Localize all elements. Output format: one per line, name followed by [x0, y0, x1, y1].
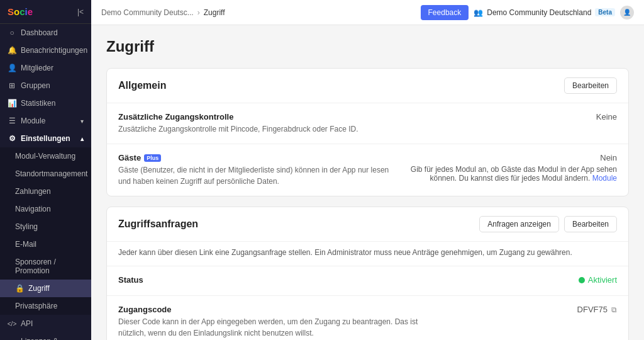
zugriffsanfragen-header: Zugriffsanfragen Anfragen anzeigen Bearb…	[107, 207, 628, 242]
sidebar-item-label: Gruppen	[21, 81, 50, 90]
sidebar-item-label: Mitglieder	[21, 64, 53, 72]
allgemein-card: Allgemein Bearbeiten Zusätzliche Zugangs…	[106, 68, 629, 196]
sidebar-item-dashboard[interactable]: ○ Dashboard	[0, 24, 91, 42]
status-right: Aktiviert	[579, 275, 617, 285]
zugangscode-label: Zugangscode	[118, 305, 420, 314]
lock-icon: 🔒	[15, 284, 24, 293]
breadcrumb: Demo Community Deutsc... › Zugriff	[101, 8, 416, 17]
allgemein-card-header: Allgemein Bearbeiten	[107, 69, 628, 103]
community-badge: Beta	[595, 8, 615, 16]
status-left: Status	[118, 275, 420, 286]
gaeste-desc2: Gib für jedes Modul an, ob Gäste das Mod…	[403, 165, 617, 183]
zugangskontrolle-value: Keine	[596, 112, 617, 122]
sidebar-item-zugriff[interactable]: 🔒 Zugriff	[0, 280, 91, 297]
sidebar-subitem-label: Modul-Verwaltung	[15, 152, 75, 161]
breadcrumb-community: Demo Community Deutsc...	[101, 8, 194, 17]
gaeste-row: Gäste Plus Gäste (Benutzer, die nicht in…	[107, 144, 628, 196]
sidebar-item-einstellungen[interactable]: ⚙ Einstellungen ▴	[0, 130, 91, 147]
sidebar-subitem-label: Navigation	[15, 205, 51, 213]
zugriffsanfragen-header-buttons: Anfragen anzeigen Bearbeiten	[479, 216, 617, 232]
sidebar-subitem-label: Zahlungen	[15, 187, 51, 196]
api-icon: </>	[8, 319, 16, 328]
sidebar-item-standortmanagement[interactable]: Standortmanagement	[0, 165, 91, 183]
sidebar-item-zahlungen[interactable]: Zahlungen	[0, 183, 91, 200]
chevron-down-icon: ▾	[80, 118, 84, 125]
zugangscode-desc: Dieser Code kann in der App eingegeben w…	[118, 316, 420, 339]
status-value: Aktiviert	[579, 275, 617, 285]
settings-icon: ⚙	[8, 134, 16, 143]
sidebar-subitem-label: Standortmanagement	[15, 169, 87, 178]
groups-icon: ⊞	[8, 81, 16, 90]
bell-icon: 🔔	[8, 46, 16, 55]
zugangskontrolle-desc: Zusätzliche Zugangskontrolle mit Pincode…	[118, 123, 420, 135]
sidebar-item-statistiken[interactable]: 📊 Statistiken	[0, 94, 91, 112]
user-avatar[interactable]: 👤	[620, 6, 634, 20]
sidebar-item-label: Dashboard	[21, 28, 58, 37]
sidebar-subitem-label: Privatsphäre	[15, 302, 57, 310]
allgemein-title: Allgemein	[118, 80, 166, 91]
sidebar-item-sponsoren[interactable]: Sponsoren / Promotion	[0, 253, 91, 280]
sidebar-item-label: Einstellungen	[21, 134, 70, 143]
einstellungen-submenu: Modul-Verwaltung Standortmanagement Zahl…	[0, 147, 91, 315]
gaeste-desc: Gäste (Benutzer, die nicht in der Mitgli…	[118, 164, 393, 187]
sidebar-subitem-label: E-Mail	[15, 240, 36, 249]
dashboard-icon: ○	[8, 28, 16, 37]
page-title: Zugriff	[106, 38, 629, 55]
sidebar-logo: Socie |<	[0, 0, 91, 24]
zugangskontrolle-left: Zusätzliche Zugangskontrolle Zusätzliche…	[118, 112, 420, 135]
sidebar-collapse-button[interactable]: |<	[77, 8, 84, 16]
sidebar-subitem-label: Sponsoren / Promotion	[15, 258, 84, 275]
community-icon: 👥	[474, 8, 483, 17]
zugangskontrolle-row: Zusätzliche Zugangskontrolle Zusätzliche…	[107, 103, 628, 144]
community-name: Demo Community Deutschland	[487, 8, 591, 17]
module-icon: ☰	[8, 116, 16, 125]
zugriffsanfragen-edit-button[interactable]: Bearbeiten	[564, 216, 617, 232]
gaeste-left: Gäste Plus Gäste (Benutzer, die nicht in…	[118, 153, 393, 187]
chevron-up-icon: ▴	[80, 135, 84, 142]
sidebar-item-gruppen[interactable]: ⊞ Gruppen	[0, 77, 91, 94]
sidebar-item-lizenzen[interactable]: 📄 Lizenzen & Rechnungen	[0, 332, 91, 340]
module-link[interactable]: Module	[592, 174, 617, 183]
feedback-button[interactable]: Feedback	[421, 5, 469, 20]
status-dot	[579, 277, 585, 283]
main-content: Demo Community Deutsc... › Zugriff Feedb…	[91, 0, 644, 340]
topbar: Demo Community Deutsc... › Zugriff Feedb…	[91, 0, 644, 25]
sidebar-item-label: Benachrichtigungen	[21, 46, 87, 55]
members-icon: 👤	[8, 64, 16, 72]
status-label: Status	[118, 275, 420, 285]
zugangscode-row: Zugangscode Dieser Code kann in der App …	[107, 296, 628, 340]
sidebar-item-navigation[interactable]: Navigation	[0, 200, 91, 218]
sidebar-item-mitglieder[interactable]: 👤 Mitglieder	[0, 59, 91, 77]
anfragen-anzeigen-button[interactable]: Anfragen anzeigen	[479, 216, 559, 232]
allgemein-edit-button[interactable]: Bearbeiten	[564, 77, 617, 94]
sidebar-item-modul-verwaltung[interactable]: Modul-Verwaltung	[0, 147, 91, 165]
stats-icon: 📊	[8, 99, 16, 108]
sidebar-item-api[interactable]: </> API	[0, 315, 91, 332]
zugangscode-right: DFVF75 ⧉	[577, 305, 617, 314]
sidebar-item-label: API	[21, 319, 33, 328]
sidebar: Socie |< ○ Dashboard 🔔 Benachrichtigunge…	[0, 0, 91, 340]
status-row: Status Aktiviert	[107, 266, 628, 296]
sidebar-item-label: Module	[21, 116, 45, 125]
breadcrumb-separator: ›	[197, 8, 200, 17]
community-info: 👥 Demo Community Deutschland Beta	[474, 8, 615, 17]
copy-icon[interactable]: ⧉	[611, 305, 617, 314]
sidebar-item-email[interactable]: E-Mail	[0, 235, 91, 253]
sidebar-item-styling[interactable]: Styling	[0, 218, 91, 235]
sidebar-item-benachrichtigungen[interactable]: 🔔 Benachrichtigungen	[0, 42, 91, 59]
gaeste-value: Nein	[600, 153, 617, 162]
sidebar-item-module[interactable]: ☰ Module ▾	[0, 112, 91, 130]
breadcrumb-current: Zugriff	[204, 8, 225, 17]
sidebar-item-label: Lizenzen & Rechnungen	[21, 337, 84, 340]
page-content: Zugriff Allgemein Bearbeiten Zusätzliche…	[91, 25, 644, 340]
zugriffsanfragen-desc: Jeder kann über diesen Link eine Zugangs…	[107, 242, 628, 266]
gaeste-right: Nein Gib für jedes Modul an, ob Gäste da…	[403, 153, 617, 183]
zugangscode-left: Zugangscode Dieser Code kann in der App …	[118, 305, 420, 339]
plus-badge: Plus	[144, 154, 161, 162]
app-name: Socie	[8, 6, 33, 17]
sidebar-item-privatsphaere[interactable]: Privatsphäre	[0, 297, 91, 315]
sidebar-subitem-label: Styling	[15, 222, 38, 231]
sidebar-item-label: Statistiken	[21, 99, 55, 108]
zugangskontrolle-right: Keine	[596, 112, 617, 122]
zugriffsanfragen-card: Zugriffsanfragen Anfragen anzeigen Bearb…	[106, 207, 629, 340]
